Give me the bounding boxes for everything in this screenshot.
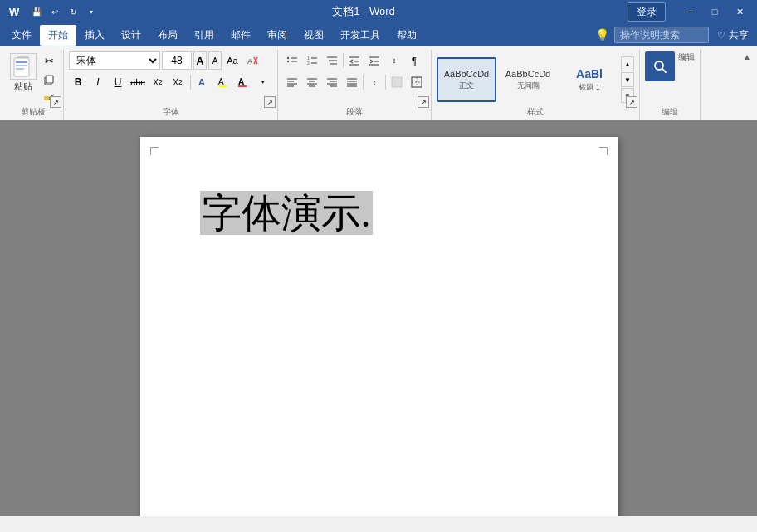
menu-help[interactable]: 帮助 bbox=[388, 25, 425, 46]
font-shrink-button[interactable]: A bbox=[208, 51, 222, 70]
menu-layout[interactable]: 布局 bbox=[149, 25, 186, 46]
align-center-button[interactable] bbox=[303, 73, 321, 91]
style-heading1[interactable]: AaBl 标题 1 bbox=[559, 57, 619, 102]
para-row2: ↕ bbox=[283, 73, 426, 91]
subscript-button[interactable]: X2 bbox=[149, 73, 167, 91]
save-quick-btn[interactable]: 💾 bbox=[28, 3, 45, 20]
menu-file[interactable]: 文件 bbox=[3, 25, 40, 46]
share-label: 共享 bbox=[729, 28, 749, 42]
shading-button[interactable] bbox=[388, 73, 406, 91]
styles-down-button[interactable]: ▼ bbox=[621, 72, 634, 87]
separator bbox=[190, 75, 191, 90]
ribbon-collapse-button[interactable]: ▲ bbox=[740, 50, 754, 63]
redo-quick-btn[interactable]: ↻ bbox=[65, 3, 81, 20]
search-input[interactable] bbox=[620, 29, 703, 41]
font-row1: 宋体 A A Aa A bbox=[69, 51, 261, 70]
change-case-button[interactable]: Aa bbox=[223, 51, 242, 70]
svg-rect-8 bbox=[46, 76, 53, 83]
cut-button[interactable]: ✂ bbox=[40, 51, 58, 70]
svg-text:2.: 2. bbox=[307, 61, 310, 66]
menu-mailings[interactable]: 邮件 bbox=[222, 25, 259, 46]
menu-references[interactable]: 引用 bbox=[186, 25, 222, 46]
underline-button[interactable]: U bbox=[109, 73, 127, 91]
document-content[interactable]: 字体演示. bbox=[200, 187, 558, 240]
show-marks-button[interactable]: ¶ bbox=[405, 51, 423, 70]
style-no-spacing-name: 无间隔 bbox=[517, 81, 540, 91]
bold-button[interactable]: B bbox=[69, 73, 87, 91]
align-right-button[interactable] bbox=[323, 73, 341, 91]
svg-point-20 bbox=[287, 57, 289, 59]
ribbon-main: 粘贴 ✂ ↗ 剪贴板 bbox=[3, 50, 754, 120]
font-color-button[interactable]: A bbox=[234, 73, 252, 91]
search-box[interactable] bbox=[614, 27, 709, 43]
menu-design[interactable]: 设计 bbox=[113, 25, 149, 46]
paste-icon bbox=[10, 53, 37, 80]
font-color-arrow[interactable]: ▾ bbox=[254, 73, 272, 91]
increase-indent-button[interactable] bbox=[365, 51, 383, 70]
styles-group: AaBbCcDd 正文 AaBbCcDd 无间隔 AaBl 标题 1 bbox=[432, 50, 640, 120]
clear-format-button[interactable]: A bbox=[243, 51, 261, 70]
menu-review[interactable]: 审阅 bbox=[259, 25, 295, 46]
svg-rect-9 bbox=[44, 96, 49, 100]
svg-line-58 bbox=[662, 69, 666, 72]
clipboard-group: 粘贴 ✂ ↗ 剪贴板 bbox=[3, 50, 64, 120]
font-family-select[interactable]: 宋体 bbox=[69, 51, 160, 70]
selected-text[interactable]: 字体演示. bbox=[200, 191, 373, 235]
para-row1: 1.2. ↕ ¶ bbox=[283, 51, 423, 70]
svg-point-22 bbox=[287, 61, 289, 62]
find-button[interactable] bbox=[645, 51, 675, 81]
style-no-spacing[interactable]: AaBbCcDd 无间隔 bbox=[498, 57, 558, 102]
sort-button[interactable]: ↕ bbox=[385, 51, 403, 70]
title-bar: W 💾 ↩ ↻ ▾ 文档1 - Word 登录 ─ □ ✕ bbox=[0, 0, 757, 23]
superscript-button[interactable]: X2 bbox=[168, 73, 187, 91]
menu-insert[interactable]: 插入 bbox=[76, 25, 113, 46]
multilevel-button[interactable] bbox=[323, 51, 341, 70]
editing-group-label: 编辑 bbox=[640, 106, 700, 118]
justify-button[interactable] bbox=[343, 73, 361, 91]
menu-view[interactable]: 视图 bbox=[295, 25, 332, 46]
quick-access-toolbar: 💾 ↩ ↻ ▾ bbox=[28, 3, 100, 20]
style-heading1-preview: AaBl bbox=[576, 67, 603, 81]
style-normal[interactable]: AaBbCcDd 正文 bbox=[437, 57, 496, 102]
align-left-button[interactable] bbox=[283, 73, 301, 91]
bullets-button[interactable] bbox=[283, 51, 301, 70]
text-effect-button[interactable]: A bbox=[194, 73, 212, 91]
copy-button[interactable] bbox=[40, 71, 58, 89]
menu-developer[interactable]: 开发工具 bbox=[332, 25, 388, 46]
login-button[interactable]: 登录 bbox=[628, 2, 666, 22]
ribbon: 粘贴 ✂ ↗ 剪贴板 bbox=[0, 46, 757, 120]
svg-rect-4 bbox=[16, 61, 27, 63]
style-normal-name: 正文 bbox=[459, 81, 474, 91]
svg-text:A: A bbox=[247, 57, 252, 66]
font-row2: B I U abc X2 X2 A A bbox=[69, 73, 272, 91]
svg-rect-6 bbox=[16, 68, 24, 70]
word-icon: W bbox=[7, 3, 23, 20]
paragraph-group: 1.2. ↕ ¶ bbox=[278, 50, 432, 120]
decrease-indent-button[interactable] bbox=[345, 51, 364, 70]
style-normal-preview: AaBbCcDd bbox=[444, 69, 489, 79]
undo-quick-btn[interactable]: ↩ bbox=[46, 3, 63, 20]
share-button[interactable]: ♡ 共享 bbox=[712, 27, 754, 44]
strikethrough-button[interactable]: abc bbox=[129, 73, 147, 91]
close-button[interactable]: ✕ bbox=[729, 0, 750, 23]
menu-home[interactable]: 开始 bbox=[40, 25, 76, 46]
paste-label: 粘贴 bbox=[14, 81, 32, 93]
svg-rect-17 bbox=[218, 85, 227, 87]
separator2 bbox=[343, 53, 344, 68]
customize-quick-access-btn[interactable]: ▾ bbox=[83, 3, 100, 20]
minimize-button[interactable]: ─ bbox=[679, 0, 701, 23]
line-spacing-button[interactable]: ↕ bbox=[365, 73, 383, 91]
font-size-input[interactable] bbox=[162, 51, 192, 70]
styles-up-button[interactable]: ▲ bbox=[621, 56, 634, 71]
svg-text:A: A bbox=[198, 77, 205, 87]
style-no-spacing-preview: AaBbCcDd bbox=[505, 69, 550, 79]
italic-button[interactable]: I bbox=[89, 73, 107, 91]
font-label: 字体 bbox=[64, 106, 277, 118]
restore-button[interactable]: □ bbox=[704, 0, 725, 23]
font-grow-button[interactable]: A bbox=[193, 51, 207, 70]
document-page: 字体演示. bbox=[140, 137, 618, 516]
highlight-color-button[interactable]: A bbox=[214, 73, 232, 91]
numbering-button[interactable]: 1.2. bbox=[303, 51, 321, 70]
paste-button[interactable]: 粘贴 bbox=[8, 51, 38, 95]
borders-button[interactable] bbox=[408, 73, 426, 91]
